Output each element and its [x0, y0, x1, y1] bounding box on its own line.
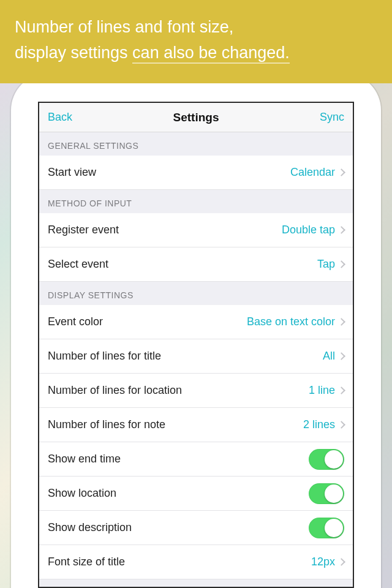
chevron-right-icon [337, 318, 345, 326]
row-lines-title[interactable]: Number of lines for title All [39, 339, 353, 374]
row-start-view[interactable]: Start view Calendar [39, 156, 353, 190]
row-select-event[interactable]: Select event Tap [39, 247, 353, 282]
row-value-text: Tap [317, 258, 335, 271]
chevron-right-icon [337, 226, 345, 234]
chevron-right-icon [337, 352, 345, 360]
page-title: Settings [173, 111, 219, 124]
row-label: Register event [48, 224, 119, 236]
row-lines-location[interactable]: Number of lines for location 1 line [39, 374, 353, 408]
chevron-right-icon [337, 260, 345, 268]
app-window: Back Settings Sync GENERAL SETTINGS Star… [38, 102, 354, 588]
back-button[interactable]: Back [48, 111, 72, 124]
sync-button[interactable]: Sync [320, 111, 344, 124]
toggle-show-description[interactable] [309, 518, 344, 538]
row-value: Base on text color [247, 315, 344, 328]
row-value-text: All [323, 350, 335, 363]
row-show-description[interactable]: Show description [39, 511, 353, 545]
banner-line2b: can also be changed. [132, 43, 290, 64]
chevron-right-icon [337, 386, 345, 394]
banner-line2: display settings can also be changed. [15, 40, 377, 66]
settings-list: GENERAL SETTINGS Start view Calendar MET… [39, 132, 353, 579]
row-label: Show description [48, 521, 132, 534]
row-value-text: 1 line [309, 384, 335, 397]
row-label: Number of lines for location [48, 384, 182, 397]
chevron-right-icon [337, 558, 345, 566]
section-method: METHOD OF INPUT [39, 190, 353, 213]
row-value-text: Calendar [290, 166, 335, 179]
row-show-end-time[interactable]: Show end time [39, 442, 353, 477]
row-value: Double tap [282, 224, 344, 236]
row-label: Start view [48, 166, 96, 179]
banner-line2a: display settings [15, 43, 132, 62]
row-value: 2 lines [303, 418, 344, 431]
section-general: GENERAL SETTINGS [39, 132, 353, 156]
row-lines-note[interactable]: Number of lines for note 2 lines [39, 408, 353, 442]
chevron-right-icon [337, 168, 345, 176]
chevron-right-icon [337, 421, 345, 429]
marketing-banner: Number of lines and font size, display s… [0, 0, 392, 83]
row-label: Number of lines for title [48, 350, 161, 363]
row-value: Tap [317, 258, 344, 271]
row-label: Show location [48, 487, 116, 500]
row-event-color[interactable]: Event color Base on text color [39, 305, 353, 339]
toggle-knob [325, 519, 343, 537]
row-font-title[interactable]: Font size of title 12px [39, 545, 353, 579]
row-value: 1 line [309, 384, 344, 397]
row-value-text: 2 lines [303, 418, 335, 431]
nav-bar: Back Settings Sync [39, 103, 353, 132]
toggle-knob [325, 450, 343, 469]
toggle-knob [325, 484, 343, 503]
row-label: Select event [48, 258, 108, 271]
row-value: 12px [311, 556, 344, 568]
row-value: All [323, 350, 344, 363]
row-value-text: Base on text color [247, 315, 335, 328]
row-show-location[interactable]: Show location [39, 477, 353, 511]
row-value-text: Double tap [282, 224, 335, 236]
row-value-text: 12px [311, 556, 335, 568]
row-label: Number of lines for note [48, 418, 165, 431]
toggle-show-end-time[interactable] [309, 449, 344, 470]
row-value: Calendar [290, 166, 344, 179]
banner-line1: Number of lines and font size, [15, 15, 377, 40]
row-register-event[interactable]: Register event Double tap [39, 213, 353, 247]
row-label: Event color [48, 315, 103, 328]
toggle-show-location[interactable] [309, 483, 344, 504]
row-label: Font size of title [48, 556, 125, 568]
phone-shell: Back Settings Sync GENERAL SETTINGS Star… [11, 74, 381, 588]
section-display: DISPLAY SETTINGS [39, 282, 353, 305]
row-label: Show end time [48, 453, 121, 466]
